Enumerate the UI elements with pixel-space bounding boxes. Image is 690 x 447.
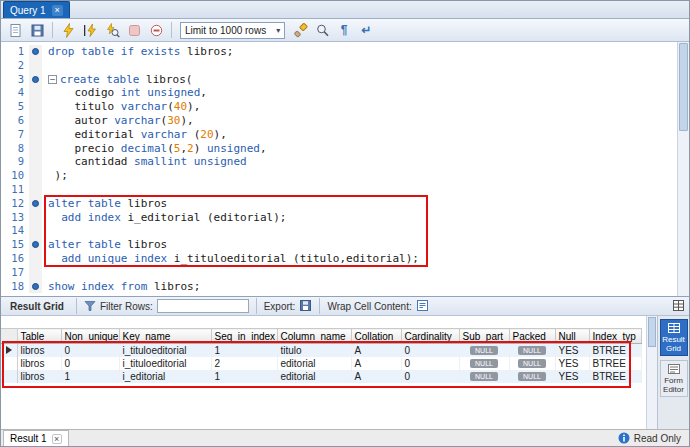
grid-cell[interactable]: BTREE [589, 344, 641, 357]
sql-editor[interactable]: 1drop table if exists libros;23−create t… [1, 42, 689, 296]
grid-cell[interactable]: YES [555, 344, 589, 357]
grid-cell[interactable]: YES [555, 357, 589, 370]
tab-query-1[interactable]: Query 1 × [3, 1, 70, 18]
grid-cell[interactable]: i_tituloeditorial [119, 357, 211, 370]
grid-cell[interactable]: A [351, 344, 401, 357]
explain-statement-button[interactable] [102, 21, 122, 40]
grid-cell[interactable]: libros [17, 357, 61, 370]
grid-cell[interactable]: 0 [401, 370, 459, 383]
editor-line[interactable]: 12alter table libros [1, 197, 677, 211]
scrollbar-thumb[interactable] [648, 317, 656, 347]
row-selector[interactable] [1, 344, 17, 357]
toggle-word-wrap-button[interactable]: ↵ [356, 21, 376, 40]
result-grid[interactable]: TableNon_uniqueKey_nameSeq_in_indexColum… [1, 316, 646, 429]
grid-cell[interactable]: libros [17, 344, 61, 357]
editor-line[interactable]: 14 [1, 224, 677, 238]
open-script-button[interactable] [5, 21, 25, 40]
grid-cell[interactable]: BTREE [589, 357, 641, 370]
grid-cell[interactable]: 1 [61, 370, 119, 383]
editor-line[interactable]: 1drop table if exists libros; [1, 45, 677, 59]
column-header[interactable]: Sub_part [459, 329, 509, 344]
column-header[interactable]: Cardinality [401, 329, 459, 344]
row-selector[interactable] [1, 357, 17, 370]
grid-cell[interactable]: NULL [509, 370, 555, 383]
grid-cell[interactable]: i_editorial [119, 370, 211, 383]
execute-current-statement-button[interactable] [80, 21, 100, 40]
editor-line[interactable]: 18show index from libros; [1, 280, 677, 294]
grid-cell[interactable]: BTREE [589, 370, 641, 383]
column-header[interactable]: Key_name [119, 329, 211, 344]
find-button[interactable] [312, 21, 332, 40]
execute-button[interactable] [58, 21, 78, 40]
line-marker-strip [29, 169, 42, 183]
editor-line[interactable]: 15alter table libros [1, 238, 677, 252]
grid-cell[interactable]: A [351, 370, 401, 383]
beautify-script-button[interactable] [290, 21, 310, 40]
grid-cell[interactable]: 0 [401, 357, 459, 370]
filter-rows-input[interactable] [157, 299, 249, 313]
editor-line[interactable]: 4 codigo int unsigned, [1, 86, 677, 100]
stop-execution-button[interactable] [124, 21, 144, 40]
grid-cell[interactable]: A [351, 357, 401, 370]
table-row[interactable]: libros1i_editorial1editorialA0NULLNULLYE… [1, 370, 641, 383]
column-header[interactable]: Non_unique [61, 329, 119, 344]
toggle-stop-on-error-button[interactable] [146, 21, 166, 40]
grid-cell[interactable]: YES [555, 370, 589, 383]
grid-cell[interactable]: titulo [277, 344, 351, 357]
fold-toggle-icon[interactable]: − [48, 75, 57, 84]
current-row-arrow-icon [6, 346, 12, 354]
grid-cell[interactable]: NULL [459, 370, 509, 383]
grid-cell[interactable]: libros [17, 370, 61, 383]
editor-line[interactable]: 9 cantidad smallint unsigned [1, 155, 677, 169]
column-header[interactable]: Packed [509, 329, 555, 344]
toggle-invisible-characters-button[interactable]: ¶ [334, 21, 354, 40]
grid-cell[interactable]: 1 [211, 370, 277, 383]
editor-line[interactable]: 10 ); [1, 169, 677, 183]
editor-line[interactable]: 13 add index i_editorial (editorial); [1, 211, 677, 225]
grid-cell[interactable]: 1 [211, 344, 277, 357]
column-header[interactable]: Column_name [277, 329, 351, 344]
editor-line[interactable]: 2 [1, 59, 677, 73]
scrollbar-thumb[interactable] [679, 43, 688, 131]
editor-line[interactable]: 8 precio decimal(5,2) unsigned, [1, 142, 677, 156]
grid-cell[interactable]: 0 [401, 344, 459, 357]
form-editor-view-button[interactable]: Form Editor [660, 360, 688, 397]
save-script-button[interactable] [27, 21, 47, 40]
editor-line[interactable]: 7 editorial varchar (20), [1, 128, 677, 142]
row-selector[interactable] [1, 370, 17, 383]
table-row[interactable]: libros0i_tituloeditorial2editorialA0NULL… [1, 357, 641, 370]
column-header[interactable]: Table [17, 329, 61, 344]
column-header[interactable]: Collation [351, 329, 401, 344]
grid-vertical-scrollbar[interactable] [646, 316, 657, 429]
grid-cell[interactable]: i_tituloeditorial [119, 344, 211, 357]
editor-line[interactable]: 17 [1, 266, 677, 280]
close-icon[interactable]: × [52, 434, 62, 444]
table-row[interactable]: libros0i_tituloeditorial1tituloA0NULLNUL… [1, 344, 641, 357]
editor-line[interactable]: 11 [1, 183, 677, 197]
column-header[interactable]: Index_typ [589, 329, 641, 344]
info-icon [618, 432, 630, 444]
column-header[interactable]: Seq_in_index [211, 329, 277, 344]
editor-line[interactable]: 6 autor varchar(30), [1, 114, 677, 128]
grid-options-button[interactable] [672, 299, 685, 314]
grid-cell[interactable]: NULL [509, 357, 555, 370]
grid-cell[interactable]: NULL [509, 344, 555, 357]
grid-cell[interactable]: 0 [61, 357, 119, 370]
editor-line[interactable]: 5 titulo varchar(40), [1, 100, 677, 114]
grid-cell[interactable]: NULL [459, 357, 509, 370]
limit-rows-dropdown[interactable]: Limit to 1000 rows ▾ [180, 22, 285, 39]
column-header[interactable]: Null [555, 329, 589, 344]
grid-cell[interactable]: NULL [459, 344, 509, 357]
grid-cell[interactable]: editorial [277, 370, 351, 383]
grid-cell[interactable]: 0 [61, 344, 119, 357]
close-icon[interactable]: × [52, 5, 63, 16]
editor-vertical-scrollbar[interactable] [677, 42, 689, 296]
editor-line[interactable]: 16 add unique index i_tituloeditorial (t… [1, 252, 677, 266]
tab-result-1[interactable]: Result 1 × [3, 430, 69, 446]
editor-line[interactable]: 3−create table libros( [1, 73, 677, 87]
grid-cell[interactable]: editorial [277, 357, 351, 370]
grid-cell[interactable]: 2 [211, 357, 277, 370]
export-button[interactable] [299, 299, 312, 314]
wrap-cell-content-button[interactable] [416, 299, 429, 314]
result-grid-view-button[interactable]: Result Grid [660, 319, 688, 356]
